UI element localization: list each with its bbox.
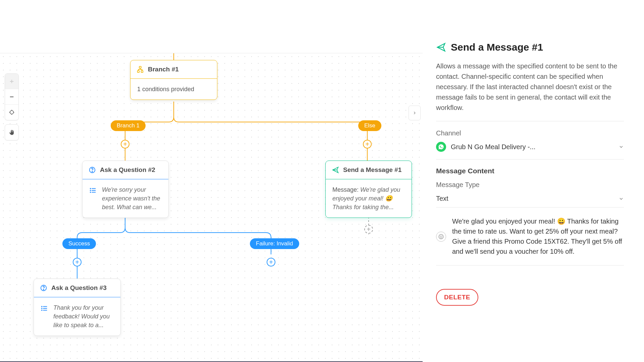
whatsapp-icon	[436, 142, 446, 152]
branch-node-body: 1 conditions provided	[137, 85, 194, 94]
branch1-pill[interactable]: Branch 1	[111, 120, 146, 131]
svg-point-12	[92, 171, 93, 172]
svg-rect-8	[139, 66, 141, 68]
svg-point-17	[90, 190, 91, 191]
delete-button[interactable]: DELETE	[436, 289, 478, 306]
svg-point-29	[439, 234, 443, 239]
svg-rect-9	[138, 71, 140, 73]
zoom-in-button[interactable]	[5, 74, 18, 89]
message-editor[interactable]: We're glad you enjoyed your meal! 😀 Than…	[436, 216, 624, 265]
ask3-body: Thank you for your feedback! Would you l…	[53, 303, 114, 329]
channel-label: Channel	[436, 129, 624, 137]
emoji-picker-button[interactable]	[436, 232, 446, 242]
zoom-out-button[interactable]	[5, 89, 18, 105]
add-step-failure[interactable]: +	[267, 258, 275, 266]
svg-point-31	[442, 236, 442, 237]
svg-point-16	[90, 188, 91, 189]
message-content-label: Message Content	[436, 167, 624, 175]
svg-point-25	[42, 308, 42, 309]
svg-point-3	[10, 111, 14, 114]
canvas-toolbar	[5, 73, 19, 144]
svg-point-18	[90, 192, 91, 193]
workflow-canvas[interactable]: Branch #1 1 conditions provided Ask a Qu…	[0, 53, 423, 362]
message-type-label: Message Type	[436, 181, 624, 189]
message-type-value: Text	[436, 195, 448, 202]
side-panel: Send a Message #1 Allows a message with …	[423, 0, 644, 362]
ask2-body: We're sorry your experience wasn't the b…	[102, 185, 162, 212]
chevron-down-icon	[619, 144, 624, 149]
message-body: We're glad you enjoyed your meal! 😀 Than…	[452, 216, 624, 256]
send1-title: Send a Message #1	[343, 166, 401, 174]
svg-rect-10	[141, 71, 143, 73]
collapse-panel-button[interactable]	[409, 106, 421, 120]
failure-pill[interactable]: Failure: Invalid	[250, 238, 299, 249]
branch-node[interactable]: Branch #1 1 conditions provided	[130, 60, 217, 100]
panel-title: Send a Message #1	[451, 42, 543, 53]
add-step-branch1[interactable]: +	[121, 140, 129, 148]
ask-question-2-node[interactable]: Ask a Question #2 We're sorry your exper…	[82, 161, 169, 218]
send-message-1-node[interactable]: Send a Message #1 Message: We're glad yo…	[325, 161, 412, 218]
svg-point-24	[42, 306, 42, 307]
add-step-else[interactable]: +	[363, 140, 372, 148]
pan-hand-button[interactable]	[5, 125, 18, 140]
add-step-success[interactable]: +	[73, 258, 82, 266]
else-pill[interactable]: Else	[358, 120, 381, 131]
channel-select[interactable]: Grub N Go Meal Delivery -...	[436, 140, 624, 160]
message-type-select[interactable]: Text	[436, 192, 624, 207]
recenter-button[interactable]	[5, 105, 18, 120]
panel-description: Allows a message with the specified cont…	[436, 61, 624, 121]
send1-prefix: Message:	[332, 186, 360, 193]
success-pill[interactable]: Success	[62, 238, 96, 249]
channel-value: Grub N Go Meal Delivery -...	[451, 143, 614, 151]
svg-point-26	[42, 310, 42, 311]
branch-node-title: Branch #1	[148, 66, 179, 73]
svg-point-30	[440, 236, 441, 237]
svg-point-20	[43, 289, 44, 290]
ask-question-3-node[interactable]: Ask a Question #3 Thank you for your fee…	[34, 279, 121, 336]
panel-title-row: Send a Message #1	[436, 42, 624, 53]
add-step-after-send[interactable]: +	[364, 225, 373, 234]
ask3-title: Ask a Question #3	[51, 284, 107, 292]
send-icon	[436, 42, 446, 52]
list-icon	[89, 187, 97, 194]
ask2-title: Ask a Question #2	[100, 166, 155, 174]
list-icon	[41, 305, 48, 312]
chevron-down-icon	[619, 196, 624, 201]
